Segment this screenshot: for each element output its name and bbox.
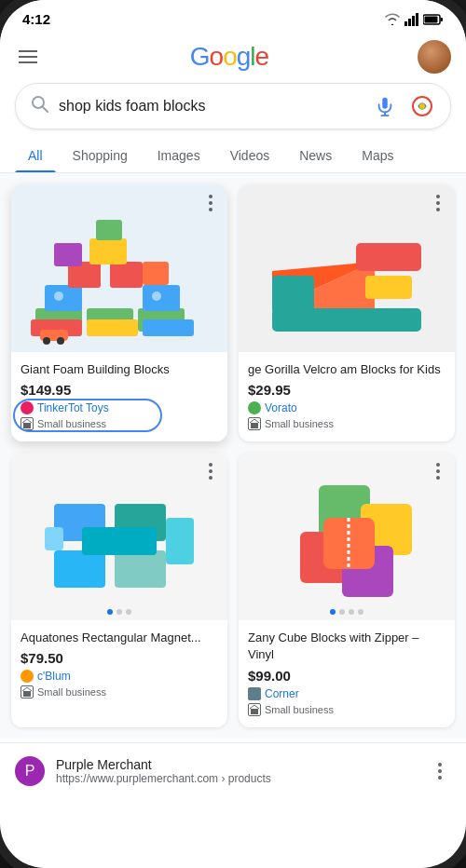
svg-rect-29 — [143, 319, 194, 336]
svg-line-8 — [43, 107, 48, 112]
svg-rect-1 — [408, 19, 411, 26]
svg-rect-47 — [45, 527, 63, 550]
svg-rect-22 — [54, 243, 82, 266]
svg-rect-9 — [382, 98, 388, 109]
svg-point-25 — [54, 292, 63, 301]
product-info-2: ge Gorilla Velcro am Blocks for Kids $29… — [239, 352, 455, 441]
small-biz-badge-3: Small business — [21, 685, 218, 698]
product-price-3: $79.50 — [21, 650, 218, 666]
nav-dots-4 — [330, 605, 363, 620]
tab-videos[interactable]: Videos — [217, 139, 283, 172]
svg-rect-40 — [251, 423, 258, 428]
lens-icon[interactable] — [409, 93, 435, 119]
product-title-4: Zany Cube Blocks with Zipper – Vinyl — [248, 630, 445, 663]
product-title-1: Giant Foam Building Blocks — [21, 361, 218, 378]
avatar-image — [418, 40, 451, 74]
more-options-btn-4[interactable] — [427, 460, 449, 482]
battery-icon — [423, 14, 444, 25]
search-bar[interactable]: shop kids foam blocks — [15, 83, 451, 129]
small-biz-badge-1: Small business — [21, 417, 218, 430]
tab-news[interactable]: News — [286, 139, 345, 172]
merchant-url: https://www.purplemerchant.com › product… — [56, 772, 418, 785]
product-info-1: Giant Foam Building Blocks $149.95 Tinke… — [11, 352, 227, 441]
signal-icon — [404, 13, 419, 26]
product-image-4 — [239, 453, 455, 620]
product-info-4: Zany Cube Blocks with Zipper – Vinyl $99… — [239, 620, 455, 726]
product-card-1[interactable]: Giant Foam Building Blocks $149.95 Tinke… — [11, 184, 227, 441]
product-seller-2: Vorato — [248, 401, 445, 414]
product-price-4: $99.00 — [248, 668, 445, 684]
foam-blocks-image-1 — [17, 187, 222, 350]
more-options-btn-3[interactable] — [199, 460, 222, 482]
foam-blocks-image-3 — [35, 457, 203, 616]
more-options-btn-1[interactable] — [199, 192, 222, 214]
svg-rect-3 — [416, 13, 418, 26]
search-icon — [31, 95, 49, 117]
svg-rect-21 — [89, 238, 127, 264]
products-grid: Giant Foam Building Blocks $149.95 Tinke… — [0, 173, 466, 739]
nav-dot — [107, 609, 113, 615]
search-query: shop kids foam blocks — [59, 98, 363, 115]
svg-rect-2 — [412, 16, 415, 26]
svg-rect-6 — [441, 18, 444, 21]
seller-dot-3 — [21, 670, 34, 683]
avatar[interactable] — [418, 40, 451, 74]
tab-shopping[interactable]: Shopping — [60, 139, 141, 172]
search-tabs: All Shopping Images Videos News Maps — [0, 139, 466, 173]
bottom-result[interactable]: P Purple Merchant https://www.purplemerc… — [0, 742, 466, 799]
tab-all[interactable]: All — [15, 139, 56, 172]
product-seller-4: Corner — [248, 687, 445, 700]
svg-rect-0 — [404, 21, 407, 26]
merchant-info: Purple Merchant https://www.purplemercha… — [56, 757, 418, 785]
seller-name-2: Vorato — [265, 401, 297, 414]
svg-rect-20 — [110, 262, 143, 288]
more-options-btn-2[interactable] — [427, 192, 449, 214]
nav-dot — [339, 609, 345, 615]
svg-rect-46 — [166, 518, 194, 564]
mic-icon[interactable] — [372, 93, 398, 119]
wifi-icon — [384, 13, 401, 26]
seller-dot-1 — [21, 401, 34, 414]
nav-dot — [349, 609, 354, 615]
svg-rect-45 — [82, 527, 157, 555]
svg-rect-39 — [365, 276, 412, 299]
merchant-more-btn[interactable] — [429, 760, 451, 782]
seller-name-4: Corner — [265, 687, 299, 700]
svg-rect-43 — [54, 550, 105, 588]
small-biz-icon-4 — [248, 703, 261, 716]
seller-dot-2 — [248, 401, 261, 414]
foam-blocks-image-2 — [263, 187, 431, 350]
hamburger-menu[interactable] — [15, 47, 41, 67]
nav-dot — [330, 609, 336, 615]
svg-rect-18 — [143, 285, 180, 311]
svg-point-7 — [33, 97, 44, 108]
status-icons — [384, 13, 444, 26]
svg-rect-17 — [45, 285, 82, 311]
product-image-1 — [11, 184, 227, 352]
small-biz-badge-4: Small business — [248, 703, 445, 716]
product-image-3 — [11, 453, 227, 620]
status-time: 4:12 — [22, 11, 50, 27]
svg-rect-37 — [356, 243, 421, 271]
product-card-4[interactable]: Zany Cube Blocks with Zipper – Vinyl $99… — [239, 453, 455, 726]
tab-maps[interactable]: Maps — [349, 139, 406, 172]
product-seller-3: c'Blum — [21, 670, 218, 683]
product-card-2[interactable]: ge Gorilla Velcro am Blocks for Kids $29… — [239, 184, 455, 441]
svg-point-13 — [419, 103, 425, 109]
nav-dot — [126, 609, 131, 615]
nav-dots-3 — [107, 605, 131, 620]
foam-blocks-image-4 — [263, 457, 431, 616]
seller-name-3: c'Blum — [37, 670, 71, 683]
svg-rect-55 — [251, 709, 258, 714]
small-biz-icon-2 — [248, 417, 261, 430]
tab-images[interactable]: Images — [144, 139, 213, 172]
product-card-3[interactable]: Aquatones Rectangular Magnet... $79.50 c… — [11, 453, 227, 726]
small-biz-label-4: Small business — [265, 704, 334, 715]
product-seller-1: TinkerTot Toys — [21, 401, 218, 414]
product-price-1: $149.95 — [21, 382, 218, 398]
svg-rect-38 — [272, 276, 314, 313]
svg-rect-23 — [96, 220, 122, 240]
small-biz-icon-3 — [21, 685, 34, 698]
small-biz-label-2: Small business — [265, 418, 334, 429]
product-title-3: Aquatones Rectangular Magnet... — [21, 630, 218, 646]
